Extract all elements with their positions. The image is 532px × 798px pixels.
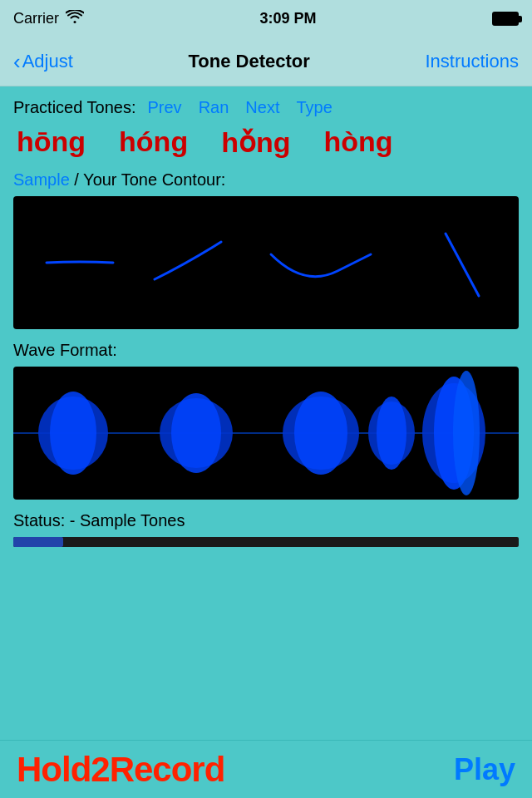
status-carrier: Carrier <box>13 10 84 27</box>
sample-link[interactable]: Sample <box>13 170 70 189</box>
tone-word-2[interactable]: hóng <box>119 126 188 159</box>
play-button[interactable]: Play <box>454 752 515 787</box>
chevron-left-icon: ‹ <box>13 51 21 72</box>
status-label: Status: - Sample Tones <box>13 511 519 530</box>
svg-point-2 <box>50 392 96 475</box>
tone-words-row: hōng hóng hǒng hòng <box>13 126 519 159</box>
main-content: Practiced Tones: Prev Ran Next Type hōng… <box>0 86 532 547</box>
contour-rest-label: / Your Tone Contour: <box>70 170 226 189</box>
svg-point-4 <box>171 393 221 473</box>
type-button[interactable]: Type <box>296 98 332 117</box>
tone-contour-display <box>13 196 519 329</box>
instructions-button[interactable]: Instructions <box>425 51 519 72</box>
tone-word-3[interactable]: hǒng <box>221 126 290 159</box>
sample-contour-label: Sample / Your Tone Contour: <box>13 170 519 190</box>
nav-bar: ‹ Adjust Tone Detector Instructions <box>0 37 532 86</box>
tone-word-4[interactable]: hòng <box>323 126 392 159</box>
wave-format-svg <box>13 367 519 500</box>
next-button[interactable]: Next <box>245 98 279 117</box>
tone-word-1[interactable]: hōng <box>17 126 86 159</box>
status-progress-bar <box>13 537 519 547</box>
svg-point-8 <box>377 397 406 470</box>
battery-icon <box>492 12 519 26</box>
back-label: Adjust <box>22 51 73 72</box>
hold2record-button[interactable]: Hold2Record <box>17 750 224 790</box>
status-progress-fill <box>13 537 63 547</box>
svg-point-11 <box>453 371 480 495</box>
status-time: 3:09 PM <box>259 10 316 27</box>
page-title: Tone Detector <box>189 51 310 72</box>
back-button[interactable]: ‹ Adjust <box>13 51 73 72</box>
practiced-tones-row: Practiced Tones: Prev Ran Next Type <box>13 98 519 117</box>
status-bar: Carrier 3:09 PM <box>0 0 532 37</box>
practiced-label: Practiced Tones: <box>13 98 136 117</box>
wave-format-label: Wave Format: <box>13 341 519 360</box>
svg-point-6 <box>294 392 347 475</box>
prev-button[interactable]: Prev <box>148 98 182 117</box>
ran-button[interactable]: Ran <box>199 98 229 117</box>
wave-format-display <box>13 367 519 500</box>
wifi-icon <box>66 10 84 27</box>
tone-contour-svg <box>13 196 519 329</box>
bottom-action-bar: Hold2Record Play <box>0 740 532 798</box>
